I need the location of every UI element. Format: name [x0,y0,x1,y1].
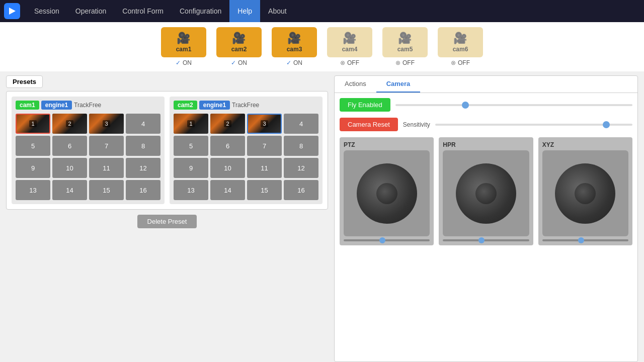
nav-configuration[interactable]: Configuration [172,0,229,22]
preset2-cell-1[interactable]: 1 [174,114,208,134]
cam6-status-label: OFF [458,59,470,66]
preset-cell-7[interactable]: 7 [89,136,124,156]
preset2-cell-5[interactable]: 5 [174,136,208,156]
cam6-status: ⊗ OFF [451,59,470,66]
preset2-cell-13[interactable]: 13 [174,180,208,200]
preset2-cell-11[interactable]: 11 [247,158,282,178]
preset2-cell-8[interactable]: 8 [284,136,318,156]
preset2-cell-6[interactable]: 6 [210,136,245,156]
tab-actions[interactable]: Actions [335,76,376,93]
delete-preset-button[interactable]: Delete Preset [137,215,197,228]
xyz-outer-ring [555,163,615,224]
preset-cell-12[interactable]: 12 [126,158,160,178]
x-icon: ⊗ [340,59,345,66]
preset-cell-14[interactable]: 14 [52,180,87,200]
tab-camera[interactable]: Camera [376,76,421,93]
xyz-label: XYZ [542,141,554,148]
preset-cell-16[interactable]: 16 [126,180,160,200]
xyz-panel: XYZ [538,137,632,245]
xyz-inner-ring [575,183,596,204]
preset-cell-10[interactable]: 10 [52,158,87,178]
cam1-button[interactable]: 🎥 cam1 [161,27,206,57]
presets-tab[interactable]: Presets [6,75,43,88]
preset-cell-1[interactable]: 1 [16,114,50,134]
cam4-button[interactable]: 🎥 cam4 [327,27,372,57]
cam5-card: 🎥 cam5 ⊗ OFF [380,27,430,66]
ptz-slider-thumb[interactable] [379,237,385,243]
x-icon: ⊗ [451,59,456,66]
preset-cell-2[interactable]: 2 [52,114,87,134]
xyz-slider[interactable] [542,239,628,241]
hpr-slider[interactable] [443,239,529,241]
fly-slider-track[interactable] [395,104,632,106]
nav-operation[interactable]: Operation [67,0,114,22]
preset-cell-9[interactable]: 9 [16,158,50,178]
hpr-panel: HPR [439,137,533,245]
cam1-preset-grid: 1 2 3 4 5 6 7 8 9 10 [16,114,160,200]
cam5-status: ⊗ OFF [395,59,415,66]
nav-control-form[interactable]: Control Form [114,0,172,22]
ptz-label: PTZ [344,141,355,148]
cam6-label: cam6 [453,46,468,53]
cam2-card: 🎥 cam2 ✓ ON [214,27,264,66]
preset-cell-11[interactable]: 11 [89,158,124,178]
cam4-status: ⊗ OFF [340,59,359,66]
preset2-cell-2[interactable]: 2 [210,114,245,134]
camera-icon: 🎥 [453,32,467,45]
fly-enabled-button[interactable]: Fly Enabled [340,98,390,112]
sensitivity-slider-thumb[interactable] [603,121,610,128]
ptz-inner-ring [376,183,397,204]
cam1-status: ✓ ON [176,59,192,66]
xyz-joystick[interactable] [542,150,628,236]
check-icon: ✓ [286,59,291,66]
xyz-slider-thumb[interactable] [578,237,584,243]
cam1-preset-header: cam1 engine1 TrackFree [16,101,160,110]
trackfree-label-2: TrackFree [232,102,259,109]
cam4-card: 🎥 cam4 ⊗ OFF [325,27,375,66]
preset2-cell-7[interactable]: 7 [247,136,282,156]
preset2-cell-16[interactable]: 16 [284,180,318,200]
cam2-status-label: ON [238,59,247,66]
cam3-status: ✓ ON [286,59,302,66]
main-content: Presets cam1 engine1 TrackFree 1 [0,71,644,362]
camera-reset-button[interactable]: Camera Reset [340,118,398,131]
presets-container: cam1 engine1 TrackFree 1 2 [6,91,328,210]
preset2-cell-10[interactable]: 10 [210,158,245,178]
fly-slider-thumb[interactable] [462,102,469,109]
hpr-joystick[interactable] [443,150,529,236]
cam5-button[interactable]: 🎥 cam5 [382,27,428,57]
preset2-cell-14[interactable]: 14 [210,180,245,200]
cam6-button[interactable]: 🎥 cam6 [438,27,483,57]
cam2-label: cam2 [231,46,247,53]
preset2-cell-15[interactable]: 15 [247,180,282,200]
nav-help[interactable]: Help [229,0,260,22]
ptz-joystick[interactable] [344,150,430,236]
preset2-cell-4[interactable]: 4 [284,114,318,134]
preset-cell-4[interactable]: 4 [126,114,160,134]
preset2-cell-9[interactable]: 9 [174,158,208,178]
ptz-slider[interactable] [344,239,430,241]
cam5-label: cam5 [397,46,413,53]
camera-icon: 🎥 [343,32,356,45]
camera-icon: 🎥 [287,32,301,45]
right-body: Fly Enabled Camera Reset Sensitivity PTZ [335,93,637,361]
preset-cell-8[interactable]: 8 [126,136,160,156]
reset-row: Camera Reset Sensitivity [340,118,632,131]
cam3-button[interactable]: 🎥 cam3 [272,27,317,57]
cam5-status-label: OFF [403,59,415,66]
preset-cell-6[interactable]: 6 [52,136,87,156]
nav-about[interactable]: About [260,0,295,22]
preset-cell-3[interactable]: 3 [89,114,124,134]
sensitivity-slider-track[interactable] [435,124,632,126]
cam2-status: ✓ ON [231,59,247,66]
delete-btn-row: Delete Preset [6,215,328,228]
preset2-cell-3[interactable]: 3 [247,114,282,134]
preset-cell-5[interactable]: 5 [16,136,50,156]
hpr-slider-thumb[interactable] [478,237,485,243]
cam3-status-label: ON [293,59,302,66]
nav-session[interactable]: Session [26,0,67,22]
cam2-button[interactable]: 🎥 cam2 [216,27,262,57]
preset-cell-15[interactable]: 15 [89,180,124,200]
preset2-cell-12[interactable]: 12 [284,158,318,178]
preset-cell-13[interactable]: 13 [16,180,50,200]
